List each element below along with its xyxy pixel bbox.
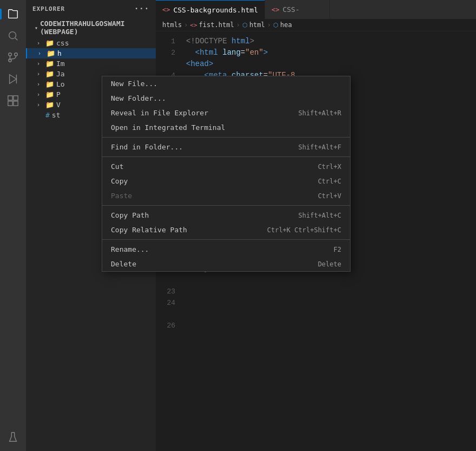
tab-bar: <> CSS-backgrounds.html <> CSS- xyxy=(156,0,476,19)
activity-bar-bottom xyxy=(3,427,23,451)
tab-css-backgrounds[interactable]: <> CSS-backgrounds.html xyxy=(156,0,265,19)
menu-item-label: New Folder... xyxy=(111,94,166,102)
folder-icon: 📁 xyxy=(45,80,54,88)
html-icon-breadcrumb: ⬡ xyxy=(242,22,248,29)
V-chevron: › xyxy=(37,102,43,108)
breadcrumb-fist[interactable]: <> fist.html xyxy=(190,21,234,29)
h-chevron: › xyxy=(38,50,44,56)
separator-2 xyxy=(102,156,350,157)
breadcrumb-htmls[interactable]: htmls xyxy=(162,21,182,29)
menu-item-label: Cut xyxy=(111,162,123,171)
tab-label: CSS- xyxy=(282,5,299,14)
Lo-chevron: › xyxy=(37,81,43,87)
folder-icon: 📁 xyxy=(45,39,54,47)
more-options-icon[interactable]: ··· xyxy=(134,4,149,13)
tree-item-h[interactable]: › 📁 h xyxy=(26,48,156,58)
menu-item-shortcut: Ctrl+C xyxy=(318,178,341,185)
breadcrumb: htmls › <> fist.html › ⬡ html › ⬡ hea xyxy=(156,19,476,31)
workspace-name[interactable]: ▾ CODEWITHRAHULGOSWAMI (WEBPAGE) xyxy=(26,17,156,38)
breadcrumb-html[interactable]: ⬡ html xyxy=(242,21,265,29)
menu-item-label: Delete xyxy=(111,260,136,268)
menu-item-shortcut: Shift+Alt+F xyxy=(299,143,341,151)
flask-icon[interactable] xyxy=(3,427,23,447)
tree-item-css[interactable]: › 📁 css xyxy=(26,38,156,48)
menu-item-label: New File... xyxy=(111,80,157,88)
separator-3 xyxy=(102,205,350,206)
tree-item-label: Lo xyxy=(56,80,65,88)
code-line: <head> xyxy=(186,58,476,70)
menu-item-label: Reveal in File Explorer xyxy=(111,109,208,117)
menu-item-copy[interactable]: Copy Ctrl+C xyxy=(102,174,350,188)
menu-item-label: Paste xyxy=(111,192,132,200)
P-chevron: › xyxy=(37,91,43,97)
tab-icon: <> xyxy=(272,6,279,14)
menu-item-terminal[interactable]: Open in Integrated Terminal xyxy=(102,120,350,135)
svg-rect-7 xyxy=(14,96,18,100)
workspace-chevron: ▾ xyxy=(35,25,38,31)
extensions-icon[interactable] xyxy=(3,91,23,110)
menu-item-rename[interactable]: Rename... F2 xyxy=(102,242,350,257)
code-line: <html lang="en"> xyxy=(186,47,476,58)
menu-item-label: Find in Folder... xyxy=(111,143,183,151)
search-icon[interactable] xyxy=(3,26,23,45)
folder-icon: 📁 xyxy=(45,70,54,78)
menu-item-label: Open in Integrated Terminal xyxy=(111,123,225,132)
menu-item-shortcut: Shift+Alt+C xyxy=(299,212,341,219)
source-control-icon[interactable] xyxy=(3,48,23,67)
menu-item-delete[interactable]: Delete Delete xyxy=(102,257,350,271)
menu-item-new-folder[interactable]: New Folder... xyxy=(102,91,350,106)
menu-item-label: Copy Path xyxy=(111,211,149,219)
menu-item-shortcut: Ctrl+K Ctrl+Shift+C xyxy=(267,226,341,234)
svg-point-2 xyxy=(15,53,18,56)
sidebar-header: EXPLORER ··· xyxy=(26,0,156,17)
sidebar: EXPLORER ··· ▾ CODEWITHRAHULGOSWAMI (WEB… xyxy=(26,0,156,451)
separator-1 xyxy=(102,137,350,138)
menu-item-label: Copy xyxy=(111,177,128,185)
menu-item-copy-relative[interactable]: Copy Relative Path Ctrl+K Ctrl+Shift+C xyxy=(102,223,350,237)
Im-chevron: › xyxy=(37,61,43,67)
head-icon-breadcrumb: ⬡ xyxy=(273,22,279,29)
folder-icon: 📁 xyxy=(47,49,55,57)
svg-point-0 xyxy=(9,32,16,39)
breadcrumb-sep-2: › xyxy=(236,21,240,29)
files-icon[interactable] xyxy=(3,4,23,24)
run-icon[interactable] xyxy=(3,69,23,89)
tab-css-2[interactable]: <> CSS- xyxy=(265,0,330,19)
context-menu: New File... New Folder... Reveal in File… xyxy=(102,76,351,272)
tree-item-Im[interactable]: › 📁 Im xyxy=(26,58,156,69)
menu-item-paste: Paste Ctrl+V xyxy=(102,188,350,203)
tree-item-label: V xyxy=(56,101,61,109)
tree-item-label: Ja xyxy=(56,70,65,78)
tab-label: CSS-backgrounds.html xyxy=(173,6,258,14)
menu-item-find-folder[interactable]: Find in Folder... Shift+Alt+F xyxy=(102,140,350,154)
css-chevron: › xyxy=(37,40,43,46)
menu-item-label: Copy Relative Path xyxy=(111,226,187,234)
tree-item-label: css xyxy=(56,39,69,47)
folder-icon: 📁 xyxy=(45,90,54,99)
menu-item-shortcut: Shift+Alt+R xyxy=(299,109,341,117)
breadcrumb-hea[interactable]: ⬡ hea xyxy=(273,21,292,29)
menu-item-new-file[interactable]: New File... xyxy=(102,76,350,91)
svg-rect-6 xyxy=(8,96,12,100)
sidebar-title: EXPLORER xyxy=(32,5,65,12)
sidebar-header-icons: ··· xyxy=(134,4,149,13)
tree-item-label: P xyxy=(56,90,61,99)
menu-item-label: Rename... xyxy=(111,245,149,253)
menu-item-copy-path[interactable]: Copy Path Shift+Alt+C xyxy=(102,208,350,223)
menu-item-shortcut: Delete xyxy=(318,260,341,268)
separator-4 xyxy=(102,239,350,240)
breadcrumb-sep-1: › xyxy=(184,21,188,29)
menu-item-cut[interactable]: Cut Ctrl+X xyxy=(102,159,350,174)
folder-icon: 📁 xyxy=(45,101,54,109)
tab-icon: <> xyxy=(162,6,170,14)
file-icon-breadcrumb: <> xyxy=(190,22,197,29)
svg-marker-4 xyxy=(10,75,17,84)
folder-icon: 📁 xyxy=(45,60,54,68)
tree-item-label: h xyxy=(57,49,62,57)
menu-item-shortcut: F2 xyxy=(334,246,341,253)
svg-point-1 xyxy=(9,53,12,56)
svg-rect-9 xyxy=(14,101,18,106)
menu-item-shortcut: Ctrl+X xyxy=(318,163,341,171)
menu-item-reveal[interactable]: Reveal in File Explorer Shift+Alt+R xyxy=(102,106,350,120)
svg-rect-8 xyxy=(8,101,12,106)
